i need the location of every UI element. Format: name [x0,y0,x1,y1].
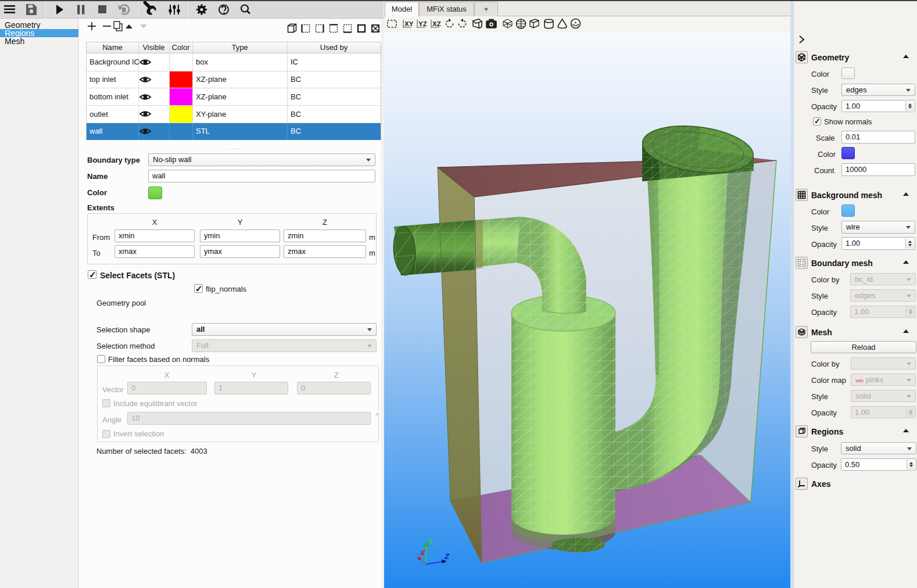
svg-text:Z: Z [444,552,450,561]
svg-text:XZ: XZ [432,20,441,27]
svg-text:X: X [420,548,426,557]
svg-text:Y: Y [428,537,434,546]
svg-text:YZ: YZ [418,20,427,27]
svg-text:XY: XY [404,20,414,27]
